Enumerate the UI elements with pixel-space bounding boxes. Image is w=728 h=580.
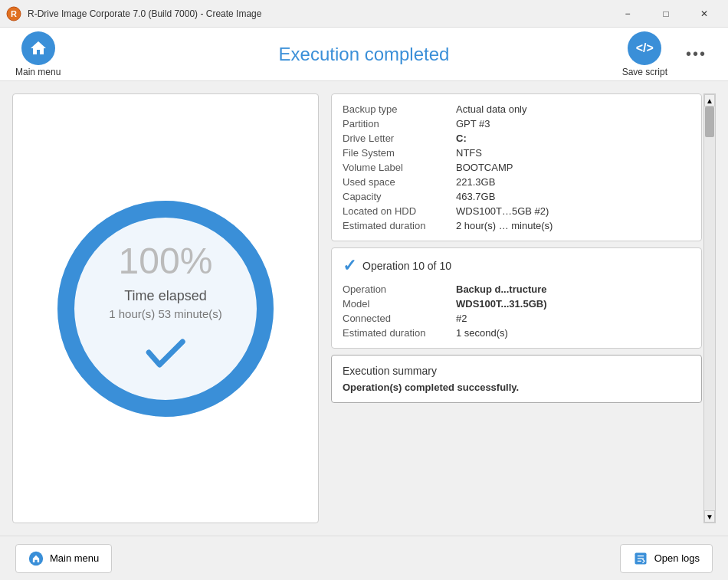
value-estimated-duration: 2 hour(s) … minute(s) <box>456 220 553 231</box>
checkmark-icon <box>109 329 222 378</box>
info-card: Backup type Actual data only Partition G… <box>331 93 702 241</box>
scroll-up-arrow[interactable]: ▲ <box>704 94 715 106</box>
progress-circle-container: 100% Time elapsed 1 hour(s) 53 minute(s) <box>51 194 280 424</box>
op-value-connected: #2 <box>456 313 467 324</box>
scroll-thumb[interactable] <box>705 106 714 137</box>
progress-percent: 100% <box>109 240 222 282</box>
info-row-volume-label: Volume Label BOOTCAMP <box>343 160 690 175</box>
op-label-operation: Operation <box>343 283 450 295</box>
info-row-drive-letter: Drive Letter C: <box>343 131 690 146</box>
op-value-duration: 1 second(s) <box>456 327 508 339</box>
scrollbar[interactable]: ▲ ▼ <box>703 93 716 523</box>
op-row-duration: Estimated duration 1 second(s) <box>343 326 690 340</box>
value-partition: GPT #3 <box>456 118 490 129</box>
header-actions: </> Save script ••• <box>622 31 713 77</box>
summary-card: Execution summary Operation(s) completed… <box>331 355 702 403</box>
more-options-button[interactable]: ••• <box>680 39 713 69</box>
summary-title: Execution summary <box>343 365 690 377</box>
minimize-button[interactable]: − <box>610 2 645 25</box>
time-elapsed-value: 1 hour(s) 53 minute(s) <box>109 307 222 320</box>
window-controls: − □ ✕ <box>610 2 722 25</box>
home-icon <box>21 31 55 65</box>
op-label-duration: Estimated duration <box>343 327 450 339</box>
app-logo: R <box>6 6 21 21</box>
titlebar-text: R-Drive Image Corporate 7.0 (Build 7000)… <box>28 8 610 19</box>
info-row-partition: Partition GPT #3 <box>343 116 690 131</box>
scroll-down-arrow[interactable]: ▼ <box>704 510 715 523</box>
label-estimated-duration: Estimated duration <box>343 220 450 231</box>
op-row-operation: Operation Backup d...tructure <box>343 282 690 297</box>
titlebar: R R-Drive Image Corporate 7.0 (Build 700… <box>0 0 728 28</box>
op-row-connected: Connected #2 <box>343 311 690 326</box>
main-menu-button[interactable]: Main menu <box>15 31 61 77</box>
info-row-used-space: Used space 221.3GB <box>343 175 690 189</box>
header: Main menu Execution completed </> Save s… <box>0 28 728 81</box>
progress-panel: 100% Time elapsed 1 hour(s) 53 minute(s) <box>12 93 319 523</box>
value-backup-type: Actual data only <box>456 103 527 115</box>
info-row-filesystem: File System NTFS <box>343 146 690 160</box>
scroll-track <box>704 106 715 510</box>
summary-text: Operation(s) completed successfully. <box>343 382 690 393</box>
value-located-hdd: WDS100T…5GB #2) <box>456 205 549 217</box>
value-drive-letter: C: <box>456 133 467 144</box>
save-script-label: Save script <box>622 67 667 77</box>
footer-main-menu-button[interactable]: Main menu <box>15 544 112 573</box>
info-row-capacity: Capacity 463.7GB <box>343 189 690 204</box>
info-row-backup-type: Backup type Actual data only <box>343 102 690 116</box>
footer-open-logs-button[interactable]: Open logs <box>620 544 713 573</box>
op-value-model: WDS100T...31.5GB) <box>456 298 547 310</box>
label-used-space: Used space <box>343 176 450 188</box>
value-capacity: 463.7GB <box>456 191 495 202</box>
label-drive-letter: Drive Letter <box>343 133 450 144</box>
footer: Main menu Open logs <box>0 536 728 580</box>
label-located-hdd: Located on HDD <box>343 205 450 217</box>
value-used-space: 221.3GB <box>456 176 495 188</box>
operation-title: Operation 10 of 10 <box>362 260 451 272</box>
progress-info: 100% Time elapsed 1 hour(s) 53 minute(s) <box>109 240 222 378</box>
footer-main-menu-label: Main menu <box>50 552 99 564</box>
info-row-located-hdd: Located on HDD WDS100T…5GB #2) <box>343 204 690 218</box>
label-volume-label: Volume Label <box>343 162 450 173</box>
page-title: Execution completed <box>279 44 450 65</box>
op-label-model: Model <box>343 298 450 310</box>
label-partition: Partition <box>343 118 450 129</box>
footer-home-icon <box>28 551 44 566</box>
main-menu-label: Main menu <box>15 67 61 77</box>
op-value-operation: Backup d...tructure <box>456 283 546 295</box>
footer-logs-icon <box>633 551 648 566</box>
op-row-model: Model WDS100T...31.5GB) <box>343 297 690 311</box>
maximize-button[interactable]: □ <box>648 2 684 25</box>
label-filesystem: File System <box>343 147 450 159</box>
operation-header: ✓ Operation 10 of 10 <box>343 256 690 276</box>
save-script-button[interactable]: </> Save script <box>622 31 667 77</box>
value-filesystem: NTFS <box>456 147 482 159</box>
right-panel: ▲ ▼ Backup type Actual data only Partiti… <box>331 93 716 523</box>
footer-open-logs-label: Open logs <box>654 552 700 564</box>
operation-card: ✓ Operation 10 of 10 Operation Backup d.… <box>331 247 702 349</box>
info-row-estimated-duration: Estimated duration 2 hour(s) … minute(s) <box>343 218 690 233</box>
main-content: 100% Time elapsed 1 hour(s) 53 minute(s)… <box>0 81 728 536</box>
value-volume-label: BOOTCAMP <box>456 162 513 173</box>
label-backup-type: Backup type <box>343 103 450 115</box>
time-elapsed-label: Time elapsed <box>109 288 222 304</box>
save-script-icon: </> <box>628 31 661 65</box>
operation-check-icon: ✓ <box>343 256 356 276</box>
op-label-connected: Connected <box>343 313 450 324</box>
close-button[interactable]: ✕ <box>687 2 722 25</box>
svg-text:R: R <box>11 9 17 18</box>
label-capacity: Capacity <box>343 191 450 202</box>
